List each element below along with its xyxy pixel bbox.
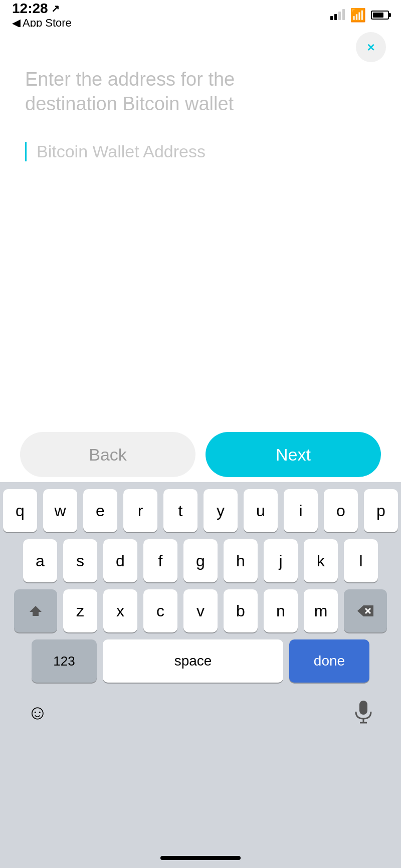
key-z[interactable]: z (63, 589, 97, 632)
wallet-input-container (25, 142, 376, 161)
key-y[interactable]: y (204, 489, 238, 532)
page-title: Enter the address for the destination Bi… (25, 67, 286, 117)
close-icon: × (367, 40, 374, 55)
key-e[interactable]: e (83, 489, 117, 532)
battery-icon (371, 11, 389, 20)
key-l[interactable]: l (344, 539, 378, 582)
key-w[interactable]: w (43, 489, 77, 532)
key-a[interactable]: a (23, 539, 57, 582)
backspace-icon (356, 604, 374, 617)
status-right: 📶 (330, 8, 389, 23)
home-indicator (160, 856, 241, 860)
battery-fill (373, 13, 383, 18)
space-key[interactable]: space (103, 639, 283, 683)
key-p[interactable]: p (364, 489, 398, 532)
key-x[interactable]: x (103, 589, 137, 632)
key-b[interactable]: b (224, 589, 258, 632)
key-m[interactable]: m (304, 589, 338, 632)
action-buttons: Back Next (0, 432, 401, 477)
keyboard-row-1: q w e r t y u i o p (0, 489, 401, 532)
shift-icon (29, 604, 43, 618)
key-u[interactable]: u (244, 489, 278, 532)
svg-rect-3 (359, 701, 367, 715)
keyboard-row-2: a s d f g h j k l (0, 539, 401, 582)
key-s[interactable]: s (63, 539, 97, 582)
keyboard-row-4: 123 space done (0, 639, 401, 683)
key-t[interactable]: t (163, 489, 197, 532)
wallet-address-input[interactable] (37, 142, 376, 161)
key-h[interactable]: h (224, 539, 258, 582)
key-j[interactable]: j (264, 539, 298, 582)
close-button[interactable]: × (356, 32, 386, 62)
wifi-icon: 📶 (350, 8, 366, 23)
done-key[interactable]: done (289, 639, 369, 683)
next-button[interactable]: Next (206, 432, 381, 477)
emoji-icon: ☺ (28, 701, 48, 724)
key-i[interactable]: i (284, 489, 318, 532)
key-r[interactable]: r (123, 489, 157, 532)
key-q[interactable]: q (3, 489, 37, 532)
key-d[interactable]: d (103, 539, 137, 582)
back-button[interactable]: Back (20, 432, 195, 477)
location-icon: ↗ (51, 3, 60, 15)
time-display: 12:28 (12, 1, 48, 17)
status-time: 12:28 ↗ (12, 1, 72, 17)
backspace-key[interactable] (344, 589, 387, 632)
keyboard: q w e r t y u i o p a s d f g h j k l z … (0, 482, 401, 868)
key-v[interactable]: v (183, 589, 218, 632)
key-f[interactable]: f (143, 539, 177, 582)
emoji-button[interactable]: ☺ (20, 695, 55, 730)
status-left: 12:28 ↗ ◀ App Store (12, 1, 72, 30)
status-bar: 12:28 ↗ ◀ App Store 📶 (0, 0, 401, 27)
signal-icon (330, 10, 345, 20)
keyboard-bottom-row: ☺ (0, 690, 401, 730)
mic-button[interactable] (346, 695, 381, 730)
keyboard-row-3: z x c v b n m (0, 589, 401, 632)
key-k[interactable]: k (304, 539, 338, 582)
mic-icon (354, 700, 373, 725)
content-area: × Enter the address for the destination … (0, 27, 401, 161)
numbers-key[interactable]: 123 (32, 639, 97, 683)
key-o[interactable]: o (324, 489, 358, 532)
svg-marker-0 (30, 606, 42, 616)
key-g[interactable]: g (183, 539, 218, 582)
key-n[interactable]: n (264, 589, 298, 632)
key-c[interactable]: c (143, 589, 177, 632)
shift-key[interactable] (14, 589, 57, 632)
